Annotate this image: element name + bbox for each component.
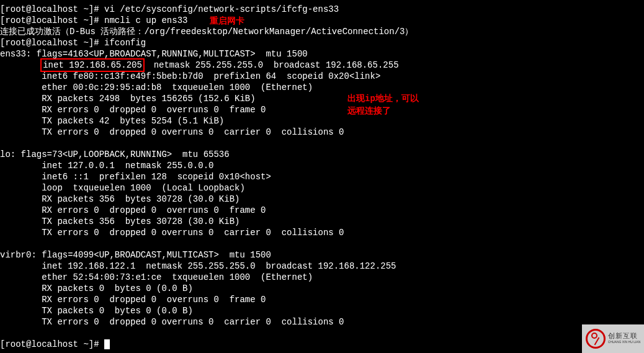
- ens33-inet: inet 192.168.65.205 netmask 255.255.255.…: [0, 60, 644, 71]
- logo-text-wrap: 创新互联 CHUANG XIN HU LIAN: [608, 333, 641, 345]
- virbr0-rx-errors: RX errors 0 dropped 0 overruns 0 frame 0: [0, 294, 644, 305]
- logo-text-en: CHUANG XIN HU LIAN: [608, 339, 641, 345]
- annotation-ip-line1: 出现ip地址，可以: [347, 93, 419, 104]
- ip-highlight-box: inet 192.168.65.205: [40, 58, 145, 72]
- terminal-output[interactable]: [root@localhost ~]# vi /etc/sysconfig/ne…: [0, 4, 644, 350]
- annotation-restart-nic: 重启网卡: [210, 16, 244, 27]
- ens33-tx-packets: TX packets 42 bytes 5254 (5.1 KiB): [0, 115, 644, 127]
- watermark-logo: 创新互联 CHUANG XIN HU LIAN: [582, 324, 644, 353]
- logo-icon: [586, 329, 606, 349]
- ens33-ether: ether 00:0c:29:95:ad:b8 txqueuelen 1000 …: [0, 82, 644, 93]
- lo-flags: lo: flags=73<UP,LOOPBACK,RUNNING> mtu 65…: [0, 149, 644, 160]
- lo-loop: loop txqueuelen 1000 (Local Loopback): [0, 182, 644, 194]
- prompt-line[interactable]: [root@localhost ~]#: [0, 339, 644, 350]
- ens33-tx-errors: TX errors 0 dropped 0 overruns 0 carrier…: [0, 127, 644, 138]
- virbr0-inet: inet 192.168.122.1 netmask 255.255.255.0…: [0, 261, 644, 272]
- logo-text-cn: 创新互联: [608, 333, 641, 339]
- ens33-inet6: inet6 fe80::c13f:e49f:5beb:b7d0 prefixle…: [0, 71, 644, 82]
- virbr0-flags: virbr0: flags=4099<UP,BROADCAST,MULTICAS…: [0, 249, 644, 261]
- ens33-rx-errors: RX errors 0 dropped 0 overruns 0 frame 0: [0, 104, 644, 115]
- lo-rx-packets: RX packets 356 bytes 30728 (30.0 KiB): [0, 194, 644, 205]
- virbr0-tx-errors: TX errors 0 dropped 0 overruns 0 carrier…: [0, 316, 644, 328]
- virbr0-tx-packets: TX packets 0 bytes 0 (0.0 B): [0, 305, 644, 316]
- lo-inet: inet 127.0.0.1 netmask 255.0.0.0: [0, 160, 644, 171]
- blank-line: [0, 328, 644, 339]
- lo-inet6: inet6 ::1 prefixlen 128 scopeid 0x10<hos…: [0, 171, 644, 182]
- cursor: [104, 339, 110, 349]
- blank-line: [0, 138, 644, 149]
- annotation-ip-line2: 远程连接了: [347, 105, 391, 117]
- virbr0-ether: ether 52:54:00:73:e1:ce txqueuelen 1000 …: [0, 272, 644, 283]
- ens33-rx-packets: RX packets 2498 bytes 156265 (152.6 KiB): [0, 93, 644, 104]
- cmd-vi: [root@localhost ~]# vi /etc/sysconfig/ne…: [0, 4, 644, 15]
- cmd-ifconfig: [root@localhost ~]# ifconfig: [0, 37, 644, 48]
- lo-tx-errors: TX errors 0 dropped 0 overruns 0 carrier…: [0, 227, 644, 238]
- activation-msg: 连接已成功激活（D-Bus 活动路径：/org/freedesktop/Netw…: [0, 26, 644, 37]
- lo-rx-errors: RX errors 0 dropped 0 overruns 0 frame 0: [0, 205, 644, 216]
- cmd-nmcli: [root@localhost ~]# nmcli c up ens33: [0, 15, 644, 26]
- blank-line: [0, 238, 644, 249]
- lo-tx-packets: TX packets 356 bytes 30728 (30.0 KiB): [0, 216, 644, 227]
- virbr0-rx-packets: RX packets 0 bytes 0 (0.0 B): [0, 283, 644, 294]
